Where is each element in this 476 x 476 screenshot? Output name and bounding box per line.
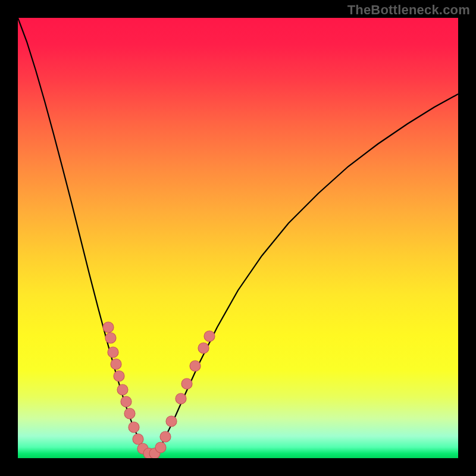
- scatter-point: [181, 378, 192, 389]
- scatter-point: [121, 396, 131, 407]
- scatter-point: [190, 361, 201, 371]
- scatter-point: [160, 431, 171, 442]
- scatter-point: [176, 393, 186, 404]
- scatter-point: [155, 442, 166, 453]
- scatter-point: [103, 322, 114, 333]
- scatter-point: [114, 371, 124, 381]
- chart-frame: TheBottleneck.com: [0, 0, 476, 476]
- plot-area: [18, 18, 458, 458]
- scatter-points: [103, 322, 215, 458]
- scatter-point: [129, 422, 139, 433]
- scatter-point: [111, 359, 121, 369]
- scatter-point: [166, 416, 177, 427]
- scatter-point: [124, 408, 135, 419]
- scatter-point: [198, 343, 209, 353]
- watermark-text: TheBottleneck.com: [347, 2, 470, 18]
- scatter-point: [108, 347, 118, 358]
- scatter-point: [117, 384, 128, 395]
- scatter-point: [133, 434, 143, 444]
- scatter-point: [204, 331, 215, 342]
- scatter-point: [105, 333, 116, 343]
- scatter-layer: [18, 18, 458, 458]
